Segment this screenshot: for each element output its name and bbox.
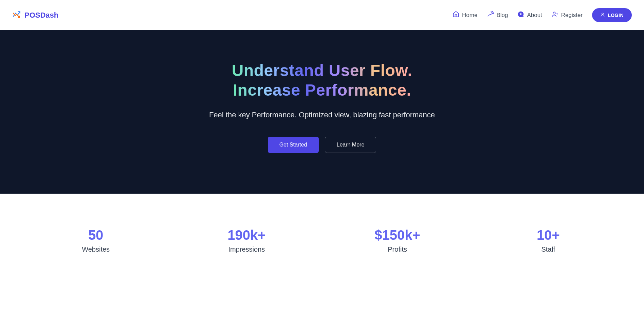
- svg-point-1: [553, 12, 555, 14]
- hero-title-line2: Increase Performance.: [233, 80, 411, 100]
- stat-websites: 50 Websites: [20, 228, 171, 253]
- logo-icon: [12, 10, 21, 20]
- hero-title: Understand User Flow. Increase Performan…: [7, 61, 637, 100]
- brand[interactable]: POSDash: [12, 10, 58, 20]
- home-icon: [453, 11, 459, 19]
- nav-blog-label: Blog: [496, 12, 508, 19]
- nav: Home Blog About: [453, 8, 632, 22]
- register-icon: [552, 11, 558, 19]
- stat-label: Staff: [473, 246, 624, 253]
- nav-register[interactable]: Register: [552, 11, 583, 19]
- stat-profits: $150k+ Profits: [322, 228, 473, 253]
- stat-value: 190k+: [171, 228, 322, 243]
- about-icon: [517, 11, 524, 19]
- learn-more-button[interactable]: Learn More: [325, 137, 376, 153]
- hero-subtitle: Feel the key Performance. Optimized view…: [203, 109, 441, 120]
- stat-label: Impressions: [171, 246, 322, 253]
- stat-value: $150k+: [322, 228, 473, 243]
- user-icon: [600, 12, 605, 18]
- stat-value: 10+: [473, 228, 624, 243]
- stat-staff: 10+ Staff: [473, 228, 624, 253]
- login-label: LOGIN: [608, 13, 624, 18]
- nav-about-label: About: [527, 12, 542, 19]
- nav-home[interactable]: Home: [453, 11, 477, 19]
- stat-label: Profits: [322, 246, 473, 253]
- blog-icon: [487, 11, 494, 19]
- hero-actions: Get Started Learn More: [7, 137, 637, 153]
- stat-value: 50: [20, 228, 171, 243]
- get-started-button[interactable]: Get Started: [268, 137, 319, 153]
- nav-about[interactable]: About: [517, 11, 542, 19]
- stat-label: Websites: [20, 246, 171, 253]
- stat-impressions: 190k+ Impressions: [171, 228, 322, 253]
- nav-home-label: Home: [462, 12, 477, 19]
- login-button[interactable]: LOGIN: [592, 8, 632, 22]
- nav-register-label: Register: [561, 12, 583, 19]
- stats: 50 Websites 190k+ Impressions $150k+ Pro…: [0, 194, 644, 280]
- hero: Understand User Flow. Increase Performan…: [0, 30, 644, 194]
- header: POSDash Home Blog: [0, 0, 644, 30]
- hero-title-line1: Understand User Flow.: [232, 61, 412, 80]
- brand-name: POSDash: [24, 11, 58, 20]
- nav-blog[interactable]: Blog: [487, 11, 508, 19]
- svg-point-2: [602, 13, 604, 15]
